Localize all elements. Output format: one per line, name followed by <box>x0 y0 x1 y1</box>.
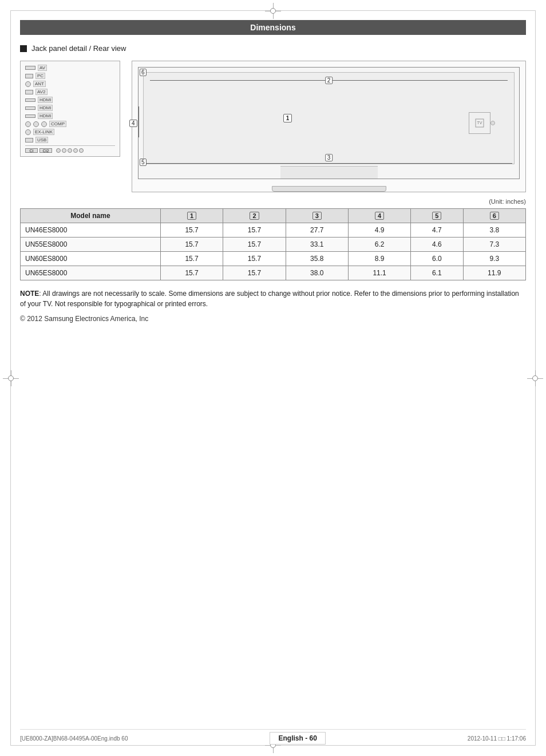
dim-cell-5: 6.0 <box>411 252 463 266</box>
dim-cell-1: 15.7 <box>160 238 223 252</box>
col-model-name: Model name <box>21 209 161 223</box>
section-label-text: Jack panel detail / Rear view <box>31 44 126 53</box>
dim-cell-6: 7.3 <box>463 238 525 252</box>
dim-cell-5: 6.1 <box>411 266 463 280</box>
bullet-square <box>20 45 27 52</box>
dim-cell-4: 8.9 <box>348 252 410 266</box>
col-4: 4 <box>348 209 410 223</box>
footer-left: [UE8000-ZA]BN68-04495A-00Eng.indb 60 <box>20 735 128 742</box>
dim-cell-6: 9.3 <box>463 252 525 266</box>
dim-cell-4: 11.1 <box>348 266 410 280</box>
dim-cell-2: 15.7 <box>223 223 286 238</box>
dim-cell-4: 6.2 <box>348 238 410 252</box>
compass-right <box>527 370 543 386</box>
footer-center: English - 60 <box>270 732 325 745</box>
dim-cell-3: 38.0 <box>286 266 348 280</box>
col-3: 3 <box>286 209 348 223</box>
rear-view-diagram: TV 1 2 3 4 5 6 <box>132 61 526 192</box>
model-name-cell: UN60ES8000 <box>21 252 161 266</box>
dim-cell-3: 35.8 <box>286 252 348 266</box>
col-5: 5 <box>411 209 463 223</box>
note-paragraph: NOTE: All drawings are not necessarily t… <box>20 288 526 309</box>
dimensions-table: Model name 1 2 3 4 5 6 UN46ES800015.715.… <box>20 208 526 280</box>
col-2: 2 <box>223 209 286 223</box>
svg-text:TV: TV <box>477 121 482 125</box>
table-row: UN55ES800015.715.733.16.24.67.3 <box>21 238 526 252</box>
note-label: NOTE <box>20 290 39 298</box>
dim-cell-1: 15.7 <box>160 252 223 266</box>
dim-cell-6: 11.9 <box>463 266 525 280</box>
unit-note: (Unit: inches) <box>20 198 526 205</box>
table-row: UN65ES800015.715.738.011.16.111.9 <box>21 266 526 280</box>
model-name-cell: UN55ES8000 <box>21 238 161 252</box>
col-6: 6 <box>463 209 525 223</box>
dim-cell-1: 15.7 <box>160 223 223 238</box>
table-row: UN60ES800015.715.735.88.96.09.3 <box>21 252 526 266</box>
note-body: : All drawings are not necessarily to sc… <box>20 290 519 308</box>
col-1: 1 <box>160 209 223 223</box>
dim-cell-4: 4.9 <box>348 223 410 238</box>
table-row: UN46ES800015.715.727.74.94.73.8 <box>21 223 526 238</box>
diagram-area: AV PC ANT AV2 HDMI HDMI <box>20 61 526 192</box>
dim-cell-2: 15.7 <box>223 266 286 280</box>
dim-cell-6: 3.8 <box>463 223 525 238</box>
model-name-cell: UN65ES8000 <box>21 266 161 280</box>
page-title: Dimensions <box>20 20 526 35</box>
model-name-cell: UN46ES8000 <box>21 223 161 238</box>
jack-panel-diagram: AV PC ANT AV2 HDMI HDMI <box>20 61 120 157</box>
dim-cell-2: 15.7 <box>223 238 286 252</box>
compass-top <box>265 3 281 19</box>
dim-cell-3: 27.7 <box>286 223 348 238</box>
sensor-box: TV <box>469 112 490 134</box>
dim-cell-3: 33.1 <box>286 238 348 252</box>
copyright-text: © 2012 Samsung Electronics America, Inc <box>20 315 526 323</box>
section-label: Jack panel detail / Rear view <box>20 44 526 53</box>
compass-left <box>3 370 19 386</box>
footer-right: 2012-10-11 □□ 1:17:06 <box>468 735 526 742</box>
dim-cell-2: 15.7 <box>223 252 286 266</box>
dim-cell-5: 4.7 <box>411 223 463 238</box>
dim-cell-1: 15.7 <box>160 266 223 280</box>
footer: [UE8000-ZA]BN68-04495A-00Eng.indb 60 Eng… <box>20 729 526 745</box>
table-header-row: Model name 1 2 3 4 5 6 <box>21 209 526 223</box>
dim-cell-5: 4.6 <box>411 238 463 252</box>
